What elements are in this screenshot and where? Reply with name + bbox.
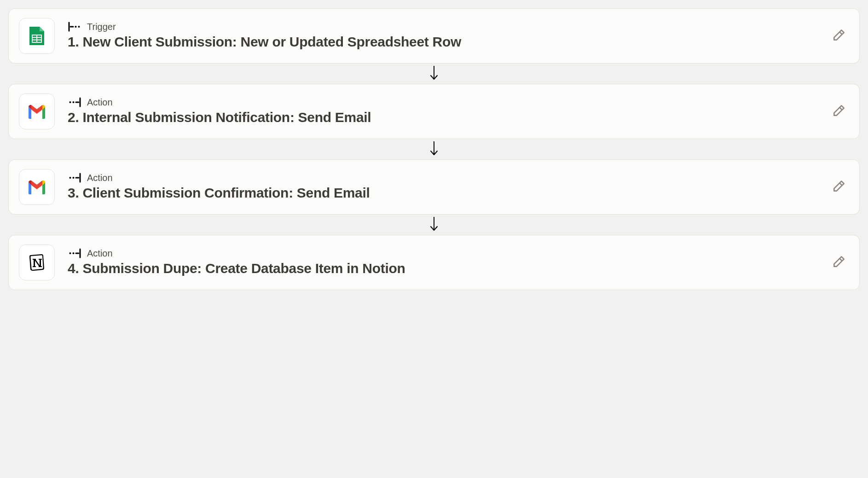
step-body: Action 2. Internal Submission Notificati…: [68, 97, 816, 126]
pencil-icon: [832, 28, 846, 44]
edit-button[interactable]: [829, 177, 849, 197]
trigger-icon: [68, 22, 81, 32]
svg-point-27: [73, 252, 75, 254]
step-kind-label: Action: [87, 98, 113, 107]
step-kind-label: Action: [87, 249, 113, 258]
step-body: Action 4. Submission Dupe: Create Databa…: [68, 248, 816, 277]
step-meta: Action: [68, 173, 816, 183]
svg-point-26: [69, 252, 71, 254]
edit-button[interactable]: [829, 101, 849, 122]
step-meta: Action: [68, 97, 816, 107]
notion-icon: [19, 245, 55, 280]
pencil-icon: [832, 103, 846, 120]
google-sheets-icon: [19, 18, 55, 54]
step-body: Trigger 1. New Client Submission: New or…: [68, 22, 816, 50]
gmail-icon: [19, 93, 55, 129]
svg-line-20: [839, 183, 842, 185]
arrow-down-icon: [429, 140, 439, 158]
svg-point-16: [69, 177, 71, 179]
edit-button[interactable]: [829, 26, 849, 46]
step-kind-label: Trigger: [87, 22, 116, 31]
step-meta: Trigger: [68, 22, 816, 32]
flow-connector: [8, 64, 860, 84]
step-title: 1. New Client Submission: New or Updated…: [68, 34, 816, 50]
svg-point-11: [73, 101, 75, 103]
action-icon: [68, 173, 81, 183]
action-icon: [68, 248, 81, 258]
step-title: 4. Submission Dupe: Create Database Item…: [68, 260, 816, 277]
flow-connector: [8, 215, 860, 235]
step-card-2[interactable]: Action 2. Internal Submission Notificati…: [8, 84, 860, 139]
step-body: Action 3. Client Submission Confirmation…: [68, 173, 816, 201]
step-card-3[interactable]: Action 3. Client Submission Confirmation…: [8, 159, 860, 215]
svg-point-10: [69, 101, 71, 103]
svg-line-8: [839, 32, 842, 34]
svg-point-6: [75, 26, 77, 28]
step-kind-label: Action: [87, 173, 113, 182]
pencil-icon: [832, 254, 846, 271]
step-card-1[interactable]: Trigger 1. New Client Submission: New or…: [8, 8, 860, 64]
flow-connector: [8, 139, 860, 159]
arrow-down-icon: [429, 216, 439, 233]
svg-point-17: [73, 177, 75, 179]
automation-flow: Trigger 1. New Client Submission: New or…: [8, 8, 860, 290]
gmail-icon: [19, 169, 55, 205]
step-meta: Action: [68, 248, 816, 258]
step-card-4[interactable]: Action 4. Submission Dupe: Create Databa…: [8, 235, 860, 290]
svg-line-30: [839, 258, 842, 261]
action-icon: [68, 97, 81, 107]
edit-button[interactable]: [829, 252, 849, 273]
svg-point-7: [78, 26, 80, 28]
svg-line-14: [839, 107, 842, 110]
arrow-down-icon: [429, 65, 439, 82]
step-title: 3. Client Submission Confirmation: Send …: [68, 185, 816, 201]
pencil-icon: [832, 179, 846, 195]
step-title: 2. Internal Submission Notification: Sen…: [68, 109, 816, 126]
